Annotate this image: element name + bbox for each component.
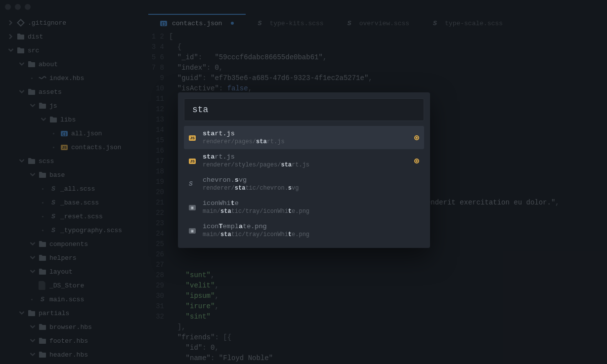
tree-item[interactable]: Smain.scss <box>0 292 148 306</box>
result-path: main/static/tray/iconWhite.png <box>203 208 419 215</box>
js-file-icon: JS <box>60 145 68 150</box>
tree-item-label: index.hbs <box>49 75 84 82</box>
chevron-down-icon[interactable] <box>19 61 25 67</box>
tree-item[interactable]: _DS_Store <box>0 279 148 292</box>
folder-icon <box>39 337 46 344</box>
tree-item-label: .gitignore <box>28 19 66 27</box>
result-path: renderer/pages/start.js <box>203 138 408 145</box>
tree-item-label: about <box>39 61 58 68</box>
tree-item[interactable]: {}all.json <box>0 126 148 140</box>
folder-icon <box>28 88 36 95</box>
sass-icon: S <box>433 20 440 27</box>
command-palette: JSstart.jsrenderer/pages/start.jsJSstart… <box>178 92 430 248</box>
chevron-down-icon[interactable] <box>30 324 36 330</box>
tree-item[interactable]: index.hbs <box>0 71 148 85</box>
tree-item[interactable]: about <box>0 57 148 71</box>
chevron-down-icon[interactable] <box>19 310 25 316</box>
tree-item-label: scss <box>39 158 54 165</box>
chevron-down-icon[interactable] <box>19 89 25 95</box>
line-gutter: 1 2 3 4 5 6 7 8 9 10 11 12 13 14 15 16 1… <box>148 32 169 364</box>
tree-item[interactable]: libs <box>0 113 148 126</box>
palette-search-input[interactable] <box>184 98 424 121</box>
image-file-icon: ▣ <box>189 203 197 211</box>
sass-icon: S <box>347 20 354 27</box>
tree-item[interactable]: partials <box>0 306 148 320</box>
tree-item-label: layout <box>49 268 73 276</box>
hbs-file-icon <box>39 76 46 81</box>
chevron-down-icon[interactable] <box>30 241 36 247</box>
tree-item[interactable]: S_all.scss <box>0 182 148 196</box>
chevron-down-icon[interactable] <box>30 172 36 178</box>
folder-icon <box>17 47 25 54</box>
editor-tab[interactable]: Stype-kits.scss <box>246 14 335 32</box>
tab-bar: {}contacts.jsonStype-kits.scssSoverview.… <box>148 14 607 32</box>
tree-item-label: assets <box>39 88 62 96</box>
json-file-icon: {} <box>60 131 68 136</box>
tree-item[interactable]: JScontacts.json <box>0 140 148 154</box>
tree-item[interactable]: header.hbs <box>0 348 148 362</box>
tree-item[interactable]: layout <box>0 265 148 279</box>
chevron-down-icon[interactable] <box>30 338 36 344</box>
tree-item[interactable]: browser.hbs <box>0 320 148 334</box>
result-title: iconTemplate.png <box>203 223 419 230</box>
tree-item[interactable]: S_reset.scss <box>0 209 148 223</box>
modified-badge-icon <box>414 159 419 163</box>
maximize-window-icon[interactable] <box>25 4 31 10</box>
tree-item[interactable]: base <box>0 168 148 182</box>
palette-result[interactable]: ▣iconTemplate.pngmain/static/tray/iconWh… <box>184 219 424 242</box>
tree-item[interactable]: scss <box>0 154 148 168</box>
chevron-down-icon[interactable] <box>30 255 36 261</box>
close-window-icon[interactable] <box>5 4 11 10</box>
titlebar <box>0 0 607 14</box>
palette-result[interactable]: JSstart.jsrenderer/pages/start.js <box>184 126 424 149</box>
tree-item[interactable]: helpers <box>0 251 148 265</box>
chevron-down-icon[interactable] <box>30 352 36 358</box>
tree-item-label: src <box>28 47 39 54</box>
tree-item-label: _base.scss <box>60 199 99 206</box>
palette-result[interactable]: Schevron.svgrenderer/static/chevron.svg <box>184 172 424 196</box>
folder-icon <box>39 324 46 330</box>
tree-item[interactable]: components <box>0 237 148 251</box>
tab-label: type-scale.scss <box>445 20 503 27</box>
chevron-right-icon[interactable] <box>8 34 14 40</box>
tree-item[interactable]: dist <box>0 30 148 43</box>
modified-badge-icon <box>414 135 419 140</box>
palette-result[interactable]: JSstart.jsrenderer/styles/pages/start.js <box>184 149 424 172</box>
editor-tab[interactable]: Stype-scale.scss <box>421 14 515 32</box>
minimize-window-icon[interactable] <box>15 4 21 10</box>
chevron-down-icon[interactable] <box>30 269 36 275</box>
editor-tab[interactable]: Soverview.scss <box>336 14 421 32</box>
tree-item-label: contacts.json <box>71 144 121 151</box>
chevron-down-icon[interactable] <box>19 158 25 164</box>
folder-icon <box>39 268 46 275</box>
result-path: renderer/static/chevron.svg <box>203 185 419 192</box>
tree-item[interactable]: assets <box>0 85 148 99</box>
file-tree[interactable]: .gitignoredistsrcaboutindex.hbsassetsjsl… <box>0 14 148 364</box>
folder-icon <box>39 241 46 247</box>
tree-item-label: footer.hbs <box>49 337 88 345</box>
js-file-icon: JS <box>189 134 197 141</box>
sass-icon: S <box>49 213 57 220</box>
modified-indicator-icon <box>231 22 234 25</box>
sass-icon: S <box>49 227 57 234</box>
palette-result[interactable]: ▣iconWhitemain/static/tray/iconWhite.png <box>184 196 424 219</box>
tree-item[interactable]: S_base.scss <box>0 196 148 209</box>
result-title: iconWhite <box>203 200 419 207</box>
tab-label: overview.scss <box>359 20 409 27</box>
tree-item[interactable]: footer.hbs <box>0 334 148 348</box>
editor-tab[interactable]: {}contacts.json <box>148 14 246 32</box>
chevron-down-icon[interactable] <box>41 117 46 122</box>
chevron-down-icon[interactable] <box>30 103 36 109</box>
tree-item-label: _DS_Store <box>49 282 84 289</box>
file-icon <box>39 281 46 290</box>
tree-item-label: _reset.scss <box>60 213 103 220</box>
tree-item[interactable]: src <box>0 43 148 57</box>
folder-icon <box>39 254 46 261</box>
tree-item[interactable]: js <box>0 99 148 113</box>
tree-item-label: js <box>49 102 57 110</box>
tree-item[interactable]: S_typography.scss <box>0 223 148 237</box>
tree-item[interactable]: .gitignore <box>0 16 148 30</box>
result-title: start.js <box>203 153 408 161</box>
chevron-right-icon[interactable] <box>8 20 14 26</box>
chevron-down-icon[interactable] <box>8 47 14 53</box>
